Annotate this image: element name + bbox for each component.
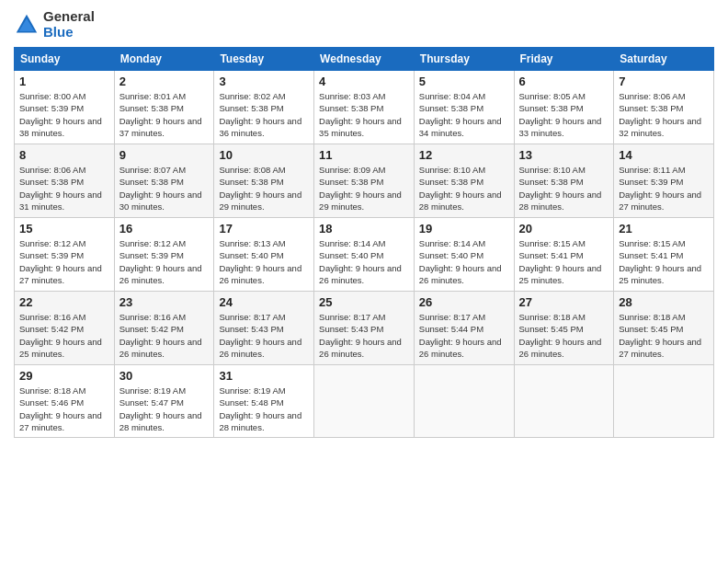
day-info: Sunrise: 8:15 AMSunset: 5:41 PMDaylight:… [519, 237, 609, 286]
day-number: 26 [419, 295, 509, 309]
day-info: Sunrise: 8:12 AMSunset: 5:39 PMDaylight:… [19, 237, 109, 286]
day-number: 30 [119, 369, 210, 383]
day-number: 5 [419, 75, 509, 88]
day-info: Sunrise: 8:06 AMSunset: 5:38 PMDaylight:… [19, 164, 109, 213]
calendar-cell: 17Sunrise: 8:13 AMSunset: 5:40 PMDayligh… [214, 218, 314, 292]
weekday-header-sunday: Sunday [15, 48, 115, 71]
weekday-header-saturday: Saturday [614, 48, 714, 71]
week-row-2: 8Sunrise: 8:06 AMSunset: 5:38 PMDaylight… [15, 144, 714, 218]
day-number: 22 [19, 295, 109, 309]
day-number: 31 [219, 369, 309, 383]
day-number: 3 [219, 75, 309, 88]
day-info: Sunrise: 8:07 AMSunset: 5:38 PMDaylight:… [119, 164, 210, 213]
day-info: Sunrise: 8:18 AMSunset: 5:45 PMDaylight:… [519, 311, 609, 360]
weekday-header-thursday: Thursday [414, 48, 514, 71]
day-info: Sunrise: 8:09 AMSunset: 5:38 PMDaylight:… [319, 164, 409, 213]
day-info: Sunrise: 8:19 AMSunset: 5:47 PMDaylight:… [119, 385, 210, 433]
day-number: 10 [219, 148, 309, 162]
day-number: 7 [619, 75, 709, 88]
logo-blue: Blue [43, 24, 74, 40]
day-info: Sunrise: 8:15 AMSunset: 5:41 PMDaylight:… [619, 237, 709, 286]
day-info: Sunrise: 8:16 AMSunset: 5:42 PMDaylight:… [119, 311, 210, 360]
calendar-cell: 15Sunrise: 8:12 AMSunset: 5:39 PMDayligh… [15, 218, 115, 292]
day-info: Sunrise: 8:00 AMSunset: 5:39 PMDaylight:… [19, 90, 109, 139]
weekday-header-wednesday: Wednesday [314, 48, 415, 71]
day-info: Sunrise: 8:12 AMSunset: 5:39 PMDaylight:… [119, 237, 210, 286]
calendar-cell [314, 365, 415, 438]
calendar-cell [414, 365, 514, 438]
day-number: 20 [519, 222, 609, 236]
day-info: Sunrise: 8:13 AMSunset: 5:40 PMDaylight:… [219, 237, 309, 286]
calendar-cell: 6Sunrise: 8:05 AMSunset: 5:38 PMDaylight… [514, 71, 614, 144]
calendar-cell: 7Sunrise: 8:06 AMSunset: 5:38 PMDaylight… [614, 71, 714, 144]
page: General Blue SundayMondayTuesdayWednesda… [0, 0, 728, 563]
calendar-cell: 30Sunrise: 8:19 AMSunset: 5:47 PMDayligh… [114, 365, 214, 438]
week-row-5: 29Sunrise: 8:18 AMSunset: 5:46 PMDayligh… [15, 365, 714, 438]
day-info: Sunrise: 8:04 AMSunset: 5:38 PMDaylight:… [419, 90, 509, 139]
day-number: 25 [319, 295, 409, 309]
day-number: 2 [119, 75, 210, 88]
weekday-header-friday: Friday [514, 48, 614, 71]
week-row-1: 1Sunrise: 8:00 AMSunset: 5:39 PMDaylight… [15, 71, 714, 144]
day-info: Sunrise: 8:18 AMSunset: 5:45 PMDaylight:… [619, 311, 709, 360]
weekday-header-monday: Monday [114, 48, 214, 71]
calendar-cell: 22Sunrise: 8:16 AMSunset: 5:42 PMDayligh… [15, 292, 115, 365]
calendar-cell: 27Sunrise: 8:18 AMSunset: 5:45 PMDayligh… [514, 292, 614, 365]
day-info: Sunrise: 8:02 AMSunset: 5:38 PMDaylight:… [219, 90, 309, 139]
logo-general: General [43, 8, 95, 24]
day-number: 27 [519, 295, 609, 309]
calendar-cell: 19Sunrise: 8:14 AMSunset: 5:40 PMDayligh… [414, 218, 514, 292]
calendar-cell: 26Sunrise: 8:17 AMSunset: 5:44 PMDayligh… [414, 292, 514, 365]
calendar-cell: 5Sunrise: 8:04 AMSunset: 5:38 PMDaylight… [414, 71, 514, 144]
day-info: Sunrise: 8:01 AMSunset: 5:38 PMDaylight:… [119, 90, 210, 139]
day-number: 24 [219, 295, 309, 309]
calendar-cell: 13Sunrise: 8:10 AMSunset: 5:38 PMDayligh… [514, 144, 614, 218]
calendar-cell: 21Sunrise: 8:15 AMSunset: 5:41 PMDayligh… [614, 218, 714, 292]
calendar-header-row: SundayMondayTuesdayWednesdayThursdayFrid… [15, 48, 714, 71]
day-number: 12 [419, 148, 509, 162]
calendar-cell [614, 365, 714, 438]
calendar-cell: 10Sunrise: 8:08 AMSunset: 5:38 PMDayligh… [214, 144, 314, 218]
day-number: 15 [19, 222, 109, 236]
day-number: 21 [619, 222, 709, 236]
day-number: 11 [319, 148, 409, 162]
day-number: 8 [19, 148, 109, 162]
day-info: Sunrise: 8:18 AMSunset: 5:46 PMDaylight:… [19, 385, 109, 433]
day-info: Sunrise: 8:19 AMSunset: 5:48 PMDaylight:… [219, 385, 309, 433]
calendar-cell: 24Sunrise: 8:17 AMSunset: 5:43 PMDayligh… [214, 292, 314, 365]
day-number: 9 [119, 148, 210, 162]
day-info: Sunrise: 8:10 AMSunset: 5:38 PMDaylight:… [519, 164, 609, 213]
day-info: Sunrise: 8:03 AMSunset: 5:38 PMDaylight:… [319, 90, 409, 139]
calendar-cell: 31Sunrise: 8:19 AMSunset: 5:48 PMDayligh… [214, 365, 314, 438]
day-info: Sunrise: 8:11 AMSunset: 5:39 PMDaylight:… [619, 164, 709, 213]
day-number: 4 [319, 75, 409, 88]
logo: General Blue [14, 9, 95, 40]
week-row-4: 22Sunrise: 8:16 AMSunset: 5:42 PMDayligh… [15, 292, 714, 365]
calendar-cell: 23Sunrise: 8:16 AMSunset: 5:42 PMDayligh… [114, 292, 214, 365]
day-info: Sunrise: 8:08 AMSunset: 5:38 PMDaylight:… [219, 164, 309, 213]
day-info: Sunrise: 8:16 AMSunset: 5:42 PMDaylight:… [19, 311, 109, 360]
day-info: Sunrise: 8:06 AMSunset: 5:38 PMDaylight:… [619, 90, 709, 139]
weekday-header-tuesday: Tuesday [214, 48, 314, 71]
day-number: 28 [619, 295, 709, 309]
calendar-cell: 12Sunrise: 8:10 AMSunset: 5:38 PMDayligh… [414, 144, 514, 218]
calendar-cell: 14Sunrise: 8:11 AMSunset: 5:39 PMDayligh… [614, 144, 714, 218]
day-info: Sunrise: 8:05 AMSunset: 5:38 PMDaylight:… [519, 90, 609, 139]
day-number: 18 [319, 222, 409, 236]
calendar-cell: 2Sunrise: 8:01 AMSunset: 5:38 PMDaylight… [114, 71, 214, 144]
day-info: Sunrise: 8:17 AMSunset: 5:43 PMDaylight:… [219, 311, 309, 360]
day-number: 29 [19, 369, 109, 383]
day-number: 6 [519, 75, 609, 88]
day-number: 1 [19, 75, 109, 88]
logo-text: General Blue [43, 9, 95, 40]
day-info: Sunrise: 8:17 AMSunset: 5:43 PMDaylight:… [319, 311, 409, 360]
week-row-3: 15Sunrise: 8:12 AMSunset: 5:39 PMDayligh… [15, 218, 714, 292]
calendar-cell: 16Sunrise: 8:12 AMSunset: 5:39 PMDayligh… [114, 218, 214, 292]
day-number: 16 [119, 222, 210, 236]
day-info: Sunrise: 8:17 AMSunset: 5:44 PMDaylight:… [419, 311, 509, 360]
calendar-cell: 3Sunrise: 8:02 AMSunset: 5:38 PMDaylight… [214, 71, 314, 144]
calendar-cell: 1Sunrise: 8:00 AMSunset: 5:39 PMDaylight… [15, 71, 115, 144]
day-info: Sunrise: 8:14 AMSunset: 5:40 PMDaylight:… [319, 237, 409, 286]
day-number: 23 [119, 295, 210, 309]
logo-icon [14, 12, 40, 38]
